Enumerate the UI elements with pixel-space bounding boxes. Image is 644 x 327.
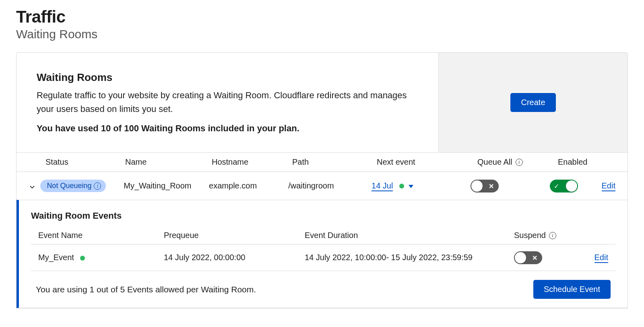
cell-hostname: example.com	[209, 181, 288, 190]
event-name: My_Event	[38, 253, 74, 262]
col-header-hostname: Hostname	[212, 157, 292, 167]
col-header-prequeue: Prequeue	[164, 231, 305, 240]
col-header-queue-all-label: Queue All	[477, 157, 512, 167]
event-row: My_Event 14 July 2022, 00:00:00 14 July …	[31, 244, 615, 271]
status-badge: Not Queueing i	[40, 180, 106, 192]
col-header-next-event: Next event	[377, 157, 477, 167]
info-icon[interactable]: i	[549, 232, 556, 239]
chevron-down-icon[interactable]	[408, 182, 414, 191]
status-dot-icon	[399, 184, 404, 188]
waiting-rooms-card: Waiting Rooms Regulate traffic to your w…	[16, 52, 628, 308]
col-header-event-name: Event Name	[31, 231, 164, 240]
cell-path: /waitingroom	[288, 181, 372, 190]
queue-all-toggle[interactable]: ✕	[471, 180, 499, 192]
status-label-text: Not Queueing	[47, 182, 91, 190]
col-header-name: Name	[125, 157, 212, 167]
usage-text: You have used 10 of 100 Waiting Rooms in…	[37, 123, 418, 134]
next-event-link[interactable]: 14 Jul	[372, 181, 393, 191]
col-header-path: Path	[292, 157, 377, 167]
event-prequeue: 14 July 2022, 00:00:00	[164, 253, 305, 262]
page-title: Traffic	[16, 7, 628, 27]
cell-name: My_Waiting_Room	[124, 181, 209, 190]
event-duration: 14 July 2022, 10:00:00- 15 July 2022, 23…	[305, 253, 514, 262]
edit-event-link[interactable]: Edit	[594, 253, 608, 263]
status-dot-icon	[80, 256, 85, 261]
section-description: Regulate traffic to your website by crea…	[37, 89, 418, 116]
col-header-enabled: Enabled	[558, 157, 610, 167]
x-icon: ✕	[532, 254, 537, 261]
col-header-status: Status	[41, 157, 125, 167]
col-header-queue-all: Queue All i	[477, 157, 558, 167]
events-title: Waiting Room Events	[31, 211, 615, 221]
svg-marker-0	[409, 185, 413, 188]
col-header-suspend: Suspend i	[514, 231, 578, 240]
events-table-header: Event Name Prequeue Event Duration Suspe…	[31, 227, 615, 244]
x-icon: ✕	[489, 182, 494, 190]
info-icon[interactable]: i	[94, 182, 101, 190]
waiting-room-row: Not Queueing i My_Waiting_Room example.c…	[17, 172, 627, 200]
col-header-duration: Event Duration	[305, 231, 514, 240]
expand-row-icon[interactable]	[29, 183, 35, 189]
suspend-toggle[interactable]: ✕	[514, 251, 542, 264]
edit-waiting-room-link[interactable]: Edit	[602, 181, 615, 191]
schedule-event-button[interactable]: Schedule Event	[533, 280, 611, 299]
page-subtitle: Waiting Rooms	[16, 27, 628, 41]
events-usage-text: You are using 1 out of 5 Events allowed …	[36, 285, 533, 294]
section-title: Waiting Rooms	[37, 71, 418, 84]
waiting-rooms-table-header: Status Name Hostname Path Next event Que…	[17, 152, 627, 172]
create-button[interactable]: Create	[510, 93, 555, 112]
enabled-toggle[interactable]: ✓	[550, 180, 578, 192]
col-header-suspend-label: Suspend	[514, 231, 546, 240]
check-icon: ✓	[554, 182, 559, 190]
events-panel: Waiting Room Events Event Name Prequeue …	[17, 200, 627, 308]
info-icon[interactable]: i	[516, 159, 523, 166]
